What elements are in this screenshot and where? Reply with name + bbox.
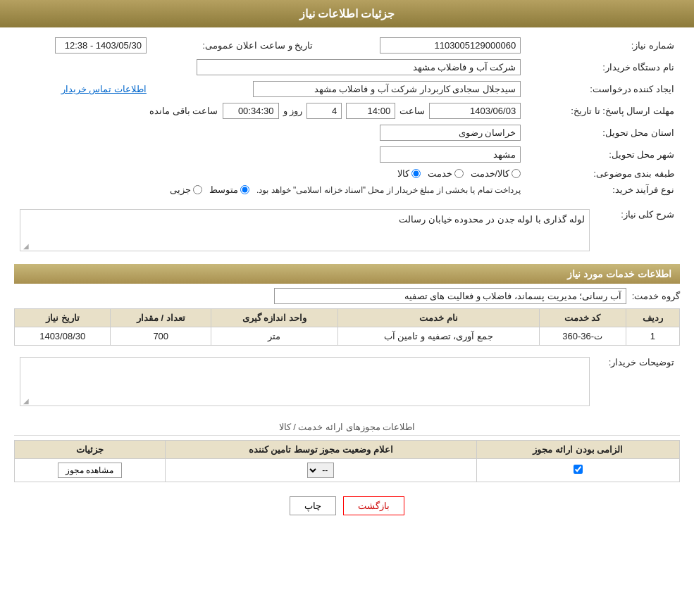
cell-unit: متر <box>211 327 338 346</box>
need-number-label: شماره نیاز: <box>526 34 680 56</box>
col-header-date: تاریخ نیاز <box>15 309 111 327</box>
contact-info-link[interactable]: اطلاعات تماس خریدار <box>61 84 147 94</box>
need-description-label: شرح کلی نیاز: <box>595 203 680 257</box>
services-table: ردیف کد خدمت نام خدمت واحد اندازه گیری ت… <box>14 308 680 346</box>
col-header-name: نام خدمت <box>337 309 539 327</box>
col-header-unit: واحد اندازه گیری <box>211 309 338 327</box>
cell-date: 1403/08/30 <box>15 327 111 346</box>
response-remaining-label: ساعت باقی مانده <box>149 106 218 116</box>
response-date-value: 1403/06/03 <box>429 103 521 119</box>
need-description-box: لوله گذاری با لوله جدن در محدوده خیابان … <box>20 209 590 251</box>
cell-code: ت-36-360 <box>539 327 626 346</box>
category-option-kala[interactable]: کالا <box>397 168 421 179</box>
view-license-button[interactable]: مشاهده مجوز <box>58 463 121 478</box>
col-header-code: کد خدمت <box>539 309 626 327</box>
license-status: -- <box>165 459 476 482</box>
purchase-type-label: نوع فرآیند خرید: <box>526 182 680 198</box>
buyer-org-label: نام دستگاه خریدار: <box>526 56 680 78</box>
back-button[interactable]: بازگشت <box>343 496 404 515</box>
page-header: جزئیات اطلاعات نیاز <box>0 0 694 27</box>
city-value: مشهد <box>380 146 521 163</box>
service-group-label: گروه خدمت: <box>632 291 680 301</box>
response-days-label: روز و <box>283 106 303 116</box>
creator-value: سیدجلال سجادی کاربردار شرکت آب و فاضلاب … <box>253 81 521 97</box>
services-section-header: اطلاعات خدمات مورد نیاز <box>14 264 680 284</box>
license-status-select[interactable]: -- <box>307 463 334 478</box>
table-row: 1 ت-36-360 جمع آوری، تصفیه و تامین آب مت… <box>15 327 680 346</box>
category-option-khedmat[interactable]: خدمت <box>428 168 464 179</box>
cell-row: 1 <box>626 327 679 346</box>
response-time-value: 14:00 <box>346 103 395 119</box>
print-button[interactable]: چاپ <box>290 496 336 515</box>
province-label: استان محل تحویل: <box>526 122 680 144</box>
service-group-value: آب رسانی؛ مدیریت پسماند، فاضلاب و فعالیت… <box>274 288 626 304</box>
list-item: -- مشاهده مجوز <box>15 459 680 482</box>
resize-handle-2: ◢ <box>22 397 29 404</box>
purchase-type-notice: پرداخت تمام یا بخشی از مبلغ خریدار از مح… <box>256 185 521 195</box>
response-remaining-value: 00:34:30 <box>223 103 279 119</box>
col-header-quantity: تعداد / مقدار <box>111 309 211 327</box>
license-required-checkbox <box>476 459 679 482</box>
category-label: طبقه بندی موضوعی: <box>526 165 680 182</box>
page-title: جزئیات اطلاعات نیاز <box>299 8 395 20</box>
announce-date-label: تاریخ و ساعت اعلان عمومی: <box>152 34 318 56</box>
licenses-title: اطلاعات مجوزهای ارائه خدمت / کالا <box>14 419 680 436</box>
col-header-row: ردیف <box>626 309 679 327</box>
licenses-col-details: جزئیات <box>15 441 166 459</box>
category-option-kala-khedmat[interactable]: کالا/خدمت <box>471 168 521 179</box>
licenses-col-required: الزامی بودن ارائه مجوز <box>476 441 679 459</box>
buyer-description-label: توضیحات خریدار: <box>595 351 680 412</box>
response-deadline-label: مهلت ارسال پاسخ: تا تاریخ: <box>526 100 680 122</box>
licenses-section: اطلاعات مجوزهای ارائه خدمت / کالا الزامی… <box>14 419 680 482</box>
license-details: مشاهده مجوز <box>15 459 166 482</box>
resize-handle: ◢ <box>22 242 29 249</box>
purchase-type-option-jozi[interactable]: جزیی <box>170 184 202 195</box>
province-value: خراسان رضوی <box>380 125 521 141</box>
licenses-col-status: اعلام وضعیت مجوز توسط تامین کننده <box>165 441 476 459</box>
creator-label: ایجاد کننده درخواست: <box>526 78 680 100</box>
footer-buttons: بازگشت چاپ <box>14 496 680 515</box>
cell-quantity: 700 <box>111 327 211 346</box>
buyer-org-value: شرکت آب و فاضلاب مشهد <box>197 59 521 75</box>
response-days-value: 4 <box>306 103 342 119</box>
cell-name: جمع آوری، تصفیه و تامین آب <box>337 327 539 346</box>
licenses-table: الزامی بودن ارائه مجوز اعلام وضعیت مجوز … <box>14 440 680 482</box>
need-description-text: لوله گذاری با لوله جدن در محدوده خیابان … <box>399 214 585 225</box>
announce-date-value: 1403/05/30 - 12:38 <box>55 37 147 54</box>
buyer-description-box: ◢ <box>20 357 590 406</box>
purchase-type-option-motawaset[interactable]: متوسط <box>209 184 249 195</box>
city-label: شهر محل تحویل: <box>526 144 680 165</box>
need-number-value: 1103005129000060 <box>380 37 521 54</box>
response-time-label: ساعت <box>399 106 425 116</box>
